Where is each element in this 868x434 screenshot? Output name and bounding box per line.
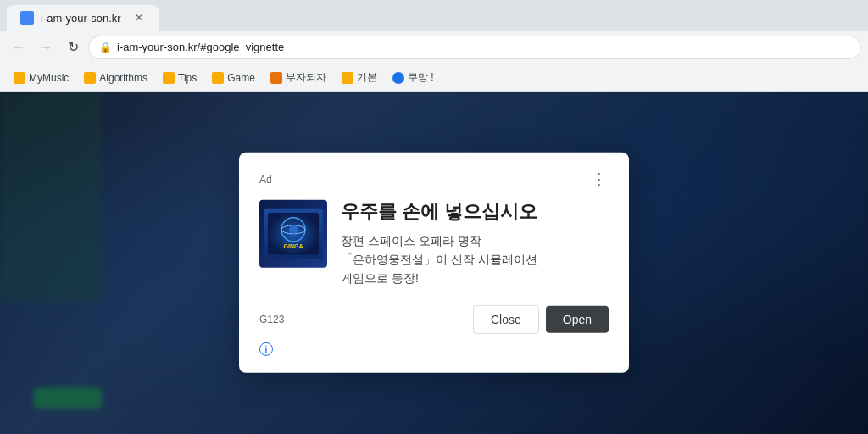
bookmark-mymusic[interactable]: MyMusic: [7, 69, 75, 87]
bookmark-folder-icon: [342, 72, 353, 84]
ad-info-icon[interactable]: i: [259, 342, 273, 356]
ad-actions: Close Open: [473, 305, 609, 334]
open-button[interactable]: Open: [546, 306, 609, 333]
browser-chrome: i-am-your-son.kr ✕ ← → ↻ 🔒 i-am-your-son…: [0, 0, 868, 92]
ad-body: GINGA 우주를 손에 넣으십시오 장편 스페이스 오페라 명작「은하영웅전설…: [259, 200, 609, 288]
bookmark-algorithms[interactable]: Algorithms: [77, 69, 154, 87]
lock-icon: 🔒: [99, 42, 112, 53]
menu-dots-icon: ⋮: [591, 170, 606, 189]
url-text: i-am-your-son.kr/#google_vignette: [117, 41, 284, 53]
svg-point-3: [289, 225, 298, 234]
ad-description: 장편 스페이스 오페라 명작「은하영웅전설」이 신작 시뮬레이션게임으로 등장!: [341, 231, 609, 287]
ad-sponsor: G123: [259, 314, 284, 326]
tab-close-btn[interactable]: ✕: [132, 11, 146, 25]
tab-bar: i-am-your-son.kr ✕: [0, 0, 868, 31]
close-button[interactable]: Close: [473, 305, 539, 334]
tab-favicon: [20, 11, 34, 25]
bookmark-mymusic-label: MyMusic: [29, 72, 69, 84]
ad-label: Ad: [259, 174, 272, 186]
bookmark-kumang-label: 쿠망 !: [408, 70, 434, 85]
bookmark-game[interactable]: Game: [205, 69, 262, 87]
bookmarks-bar: MyMusic Algorithms Tips Game 부자되자 기본 쿠망 …: [0, 64, 868, 92]
forward-button[interactable]: →: [34, 36, 58, 59]
bookmark-algorithms-label: Algorithms: [99, 72, 147, 84]
ad-text: 우주를 손에 넣으십시오 장편 스페이스 오페라 명작「은하영웅전설」이 신작 …: [341, 200, 609, 288]
bookmark-kumang[interactable]: 쿠망 !: [386, 67, 441, 88]
bookmark-tips[interactable]: Tips: [156, 69, 203, 87]
bookmark-folder-icon: [163, 72, 175, 84]
page-content: Ad ⋮: [0, 92, 868, 434]
bookmark-buja[interactable]: 부자되자: [264, 67, 333, 88]
reload-button[interactable]: ↻: [61, 36, 85, 59]
bookmark-gibon-label: 기본: [357, 70, 377, 85]
bookmark-gibon[interactable]: 기본: [335, 67, 384, 88]
bookmark-tips-label: Tips: [178, 72, 197, 84]
back-button[interactable]: ←: [7, 36, 31, 59]
reload-icon: ↻: [68, 39, 79, 55]
tab-title: i-am-your-son.kr: [41, 12, 125, 25]
ad-image-inner: GINGA: [264, 209, 323, 259]
address-bar[interactable]: 🔒 i-am-your-son.kr/#google_vignette: [88, 36, 861, 59]
bookmark-folder-icon: [14, 72, 25, 84]
ad-menu-button[interactable]: ⋮: [588, 170, 609, 190]
back-icon: ←: [12, 40, 25, 55]
bookmark-game-label: Game: [227, 72, 255, 84]
bookmark-buja-label: 부자되자: [286, 70, 326, 85]
ad-dialog: Ad ⋮: [239, 153, 629, 373]
ad-header: Ad ⋮: [259, 170, 609, 190]
globe-icon: [392, 72, 404, 84]
nav-bar: ← → ↻ 🔒 i-am-your-son.kr/#google_vignett…: [0, 31, 868, 64]
forward-icon: →: [39, 40, 53, 55]
active-tab[interactable]: i-am-your-son.kr ✕: [7, 5, 159, 31]
ad-info-row: i: [259, 341, 609, 357]
bookmark-folder-icon: [212, 72, 224, 84]
ad-title: 우주를 손에 넣으십시오: [341, 200, 609, 225]
ad-image: GINGA: [259, 200, 327, 268]
ad-logo-svg: GINGA: [268, 213, 319, 255]
svg-text:GINGA: GINGA: [284, 243, 303, 249]
bookmark-folder-icon: [84, 72, 96, 84]
bookmark-folder-icon: [270, 72, 282, 84]
ad-footer: G123 Close Open: [259, 305, 609, 334]
